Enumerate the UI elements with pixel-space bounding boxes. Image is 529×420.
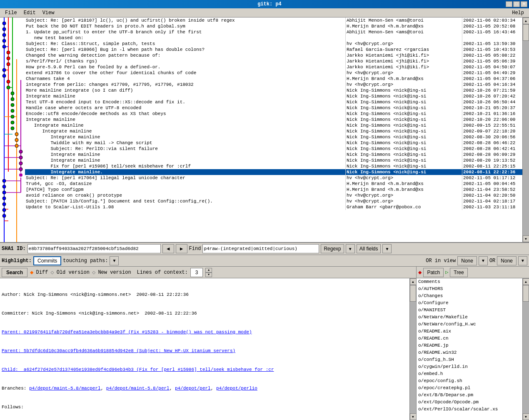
file-scroll-down[interactable]: ▼ (523, 413, 529, 420)
regexp-button[interactable]: Regexp (321, 244, 344, 253)
sha-prev-button[interactable]: ◄ (162, 244, 174, 253)
scroll-thumb[interactable] (523, 24, 529, 41)
commit-scrollbar[interactable]: ▲ ▼ (522, 18, 529, 242)
list-item[interactable]: o/config_h.SH (417, 356, 522, 363)
tree-tab-button[interactable]: Tree (450, 268, 467, 277)
table-row[interactable]: Subject: Re: [perl #18107] lc(), uc() an… (25, 18, 522, 23)
list-item[interactable]: o/README.jp (417, 342, 522, 349)
table-row-selected[interactable]: Integrate mainline. Nick Ing-Simmons <ni… (25, 169, 522, 175)
table-row[interactable]: Integrate mainline Nick Ing-Simmons <nic… (25, 117, 522, 122)
table-row[interactable]: Put back the DO NOT EDIT headers in prot… (25, 23, 522, 29)
list-item[interactable]: o/ext/PerlIO/scalar/scalar.xs (417, 406, 522, 413)
list-item[interactable]: o/cygwin/perlld.in (417, 363, 522, 370)
table-row[interactable]: 1. Update pp_ucfirst to enter the UTF-8 … (25, 29, 522, 35)
allfields-button[interactable]: All fields (357, 244, 381, 253)
find-input[interactable] (202, 244, 319, 253)
sha-input[interactable] (27, 244, 161, 253)
spin-down-button[interactable]: ▼ (205, 272, 212, 277)
list-item[interactable]: o/Changes (417, 292, 522, 300)
list-item[interactable]: o/ext/B/B/Deparse.pm (417, 392, 522, 399)
list-item[interactable]: o/MANIFEST (417, 307, 522, 314)
table-row[interactable]: Integrate mainline Nick Ing-Simmons <nic… (25, 152, 522, 158)
table-row[interactable]: new test based on: (25, 35, 522, 41)
search-button[interactable]: Search (2, 268, 27, 277)
file-scrollbar[interactable]: ▲ ▼ (522, 278, 529, 420)
table-row[interactable]: Encode::utf8 encode/decode methods as XS… (25, 111, 522, 117)
none1-arrow-button[interactable]: ▼ (479, 256, 488, 265)
table-row[interactable]: Subject: Re: [perl #18066] Bug in -l whe… (25, 47, 522, 52)
table-row[interactable]: More mainline integrate (so I can diff) … (25, 88, 522, 93)
table-row[interactable]: s/Perlf/Perl/ (thanks rgs) Jarkko Hietan… (25, 58, 522, 64)
diff-scrollbar[interactable]: ▲ ▼ (409, 278, 416, 420)
table-row[interactable]: Integrate mainline Nick Ing-Simmons <nic… (25, 134, 522, 140)
highlight-commits-button[interactable]: Commits (33, 256, 61, 265)
menu-view[interactable]: View (39, 9, 58, 17)
diff-line-parent2[interactable]: Parent: 5b7dfdc6d10c30acc9fb4d636a6b9188… (2, 348, 408, 354)
touching-arrow-button[interactable]: ▼ (110, 256, 119, 265)
diff-scroll-track[interactable] (410, 285, 416, 413)
none2-arrow-button[interactable]: ▼ (518, 256, 527, 265)
sha-next-button[interactable]: ► (176, 244, 187, 253)
table-row[interactable]: Fix for [perl #15986] tell/seek misbehav… (25, 163, 522, 169)
window-controls[interactable]: _ □ × (506, 1, 529, 7)
list-item[interactable]: o/NetWare/config_H.wc (417, 321, 522, 328)
menu-help[interactable]: Help (509, 9, 527, 17)
none1-button[interactable]: None (457, 256, 477, 265)
maximize-button[interactable]: □ (513, 1, 520, 7)
scroll-down-button[interactable]: ▼ (523, 235, 529, 242)
table-row[interactable]: Subject: Re: Class::Struct, simple patch… (25, 41, 522, 47)
menu-file[interactable]: File (2, 9, 20, 17)
minimize-button[interactable]: _ (506, 1, 512, 7)
patch-tab-button[interactable]: Patch (423, 268, 444, 277)
table-row[interactable]: avoid reliance on croak() prototype hv <… (25, 192, 522, 198)
diff-scroll-thumb[interactable] (410, 285, 416, 302)
table-row[interactable]: Integrate mainline Nick Ing-Simmons <nic… (25, 158, 522, 163)
diff-scroll-up[interactable]: ▲ (410, 278, 417, 285)
file-scroll-thumb[interactable] (523, 285, 529, 302)
list-item[interactable]: o/epoc/config.sh (417, 378, 522, 385)
spin-up-button[interactable]: ▲ (205, 268, 212, 272)
table-row[interactable]: Update to Scalar-List-Utils 1.08 Graham … (25, 204, 522, 210)
diff-line-child[interactable]: Child: a624f27d42e57d137405e1938ed9f4cd9… (2, 367, 408, 373)
diff-line-parent1[interactable]: Parent: 0219976411fab720dfea51ea3ebcbb84… (2, 329, 408, 335)
list-item[interactable]: Comments (417, 278, 522, 285)
table-row[interactable]: Twiddle with my mail -> Change script Ni… (25, 140, 522, 146)
menu-edit[interactable]: Edit (20, 9, 39, 17)
table-row[interactable]: Test UTF-8 encoded input to Encode::XS::… (25, 99, 522, 105)
table-row[interactable]: Tru64, gcc -O3, datasize H.Merijn Brand … (25, 181, 522, 187)
table-row[interactable]: Subject: Re: PerlIO::via silent failure … (25, 146, 522, 152)
list-item[interactable]: o/README.win32 (417, 349, 522, 356)
table-row[interactable]: Integrate mainline Nick Ing-Simmons <nic… (25, 93, 522, 99)
table-row[interactable]: Integrate mainline Nick Ing-Simmons <nic… (25, 128, 522, 134)
table-row[interactable]: Charnames take 4 H.Merijn Brand <h.m.bra… (25, 76, 522, 82)
none2-button[interactable]: None (497, 256, 517, 265)
table-row[interactable]: Subject: Re: [perl #17064] illegal legal… (25, 175, 522, 181)
close-button[interactable]: × (521, 1, 527, 7)
list-item[interactable]: o/AUTHORS (417, 285, 522, 292)
file-scroll-track[interactable] (523, 285, 529, 413)
scroll-up-button[interactable]: ▲ (523, 18, 529, 24)
diff-scroll-down[interactable]: ▼ (410, 413, 417, 420)
list-item[interactable]: o/Configure (417, 300, 522, 307)
list-item[interactable]: o/ext/Opcode/Opcode.pm (417, 399, 522, 406)
list-item[interactable]: o/README.aix (417, 328, 522, 335)
table-row[interactable]: Handle case where octets are UTF-8 encod… (25, 105, 522, 111)
file-scroll-up[interactable]: ▲ (523, 278, 529, 285)
scroll-track[interactable] (523, 24, 529, 235)
list-item[interactable]: o/NetWare/Makefile (417, 314, 522, 321)
table-row[interactable]: Subject: [PATCH lib/Config.*] Document a… (25, 198, 522, 204)
table-row[interactable]: How pre-5.9.0 Perl can be fooled by a de… (25, 64, 522, 70)
table-row[interactable]: Integrate mainline Nick Ing-Simmons <nic… (25, 122, 522, 128)
svg-point-17 (2, 22, 6, 25)
context-spinner[interactable]: ▲ ▼ (205, 268, 212, 277)
table-row[interactable]: Changed the warning detection pattern be… (25, 52, 522, 58)
list-item[interactable]: o/README.cn (417, 335, 522, 342)
allfields-arrow-button[interactable]: ▼ (382, 244, 392, 253)
list-item[interactable]: o/embed.h (417, 370, 522, 378)
table-row[interactable]: extend #13786 to cover the other four id… (25, 70, 522, 76)
table-row[interactable]: integrate from perlio: changes #17709, #… (25, 82, 522, 88)
table-row[interactable]: [PATCH] Typo configpm H.Merijn Brand <h.… (25, 187, 522, 192)
context-input[interactable] (190, 268, 203, 277)
regexp-arrow-button[interactable]: ▼ (346, 244, 355, 253)
list-item[interactable]: o/epoc/createpkg.pl (417, 385, 522, 392)
